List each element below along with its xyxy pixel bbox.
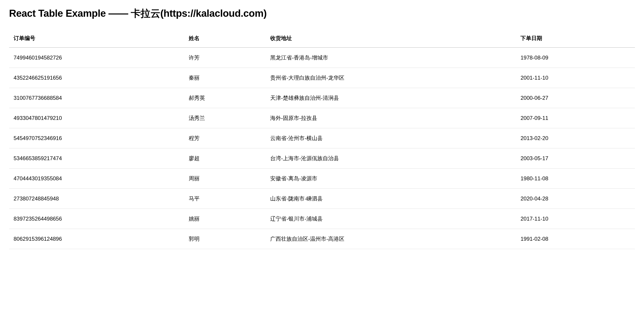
table-row: 4352246625191656秦丽贵州省-大理白族自治州-龙华区2001-11… xyxy=(9,68,635,88)
header-date: 下单日期 xyxy=(516,29,635,48)
header-name: 姓名 xyxy=(184,29,266,48)
cell-order-id: 8397235264498656 xyxy=(9,209,184,229)
cell-order-id: 4704443019355084 xyxy=(9,168,184,189)
cell-order-id: 4352246625191656 xyxy=(9,68,184,88)
cell-name: 郭明 xyxy=(184,229,266,249)
cell-address: 安徽省-离岛-凌源市 xyxy=(266,168,516,189)
cell-date: 2003-05-17 xyxy=(516,148,635,168)
cell-date: 1991-02-08 xyxy=(516,229,635,249)
cell-date: 2000-06-27 xyxy=(516,88,635,108)
cell-date: 2013-02-20 xyxy=(516,128,635,148)
cell-address: 广西壮族自治区-温州市-高港区 xyxy=(266,229,516,249)
table-row: 5454970752346916程芳云南省-沧州市-横山县2013-02-20 xyxy=(9,128,635,148)
cell-address: 贵州省-大理白族自治州-龙华区 xyxy=(266,68,516,88)
cell-name: 廖超 xyxy=(184,148,266,168)
cell-address: 山东省-陇南市-嵊泗县 xyxy=(266,189,516,209)
cell-address: 云南省-沧州市-横山县 xyxy=(266,128,516,148)
cell-address: 辽宁省-银川市-浦城县 xyxy=(266,209,516,229)
orders-table: 订单编号 姓名 收货地址 下单日期 7499460194582726许芳黑龙江省… xyxy=(9,29,635,249)
cell-order-id: 273807248845948 xyxy=(9,189,184,209)
header-address: 收货地址 xyxy=(266,29,516,48)
cell-address: 黑龙江省-香港岛-增城市 xyxy=(266,48,516,68)
cell-order-id: 8062915396124896 xyxy=(9,229,184,249)
table-row: 4704443019355084周丽安徽省-离岛-凌源市1980-11-08 xyxy=(9,168,635,189)
cell-name: 郝秀英 xyxy=(184,88,266,108)
cell-order-id: 4933047801479210 xyxy=(9,108,184,128)
table-row: 273807248845948马平山东省-陇南市-嵊泗县2020-04-28 xyxy=(9,189,635,209)
cell-date: 2001-11-10 xyxy=(516,68,635,88)
cell-order-id: 5346653859217474 xyxy=(9,148,184,168)
cell-name: 马平 xyxy=(184,189,266,209)
cell-date: 2017-11-10 xyxy=(516,209,635,229)
cell-address: 海外-固原市-拉孜县 xyxy=(266,108,516,128)
table-row: 8062915396124896郭明广西壮族自治区-温州市-高港区1991-02… xyxy=(9,229,635,249)
table-row: 4933047801479210汤秀兰海外-固原市-拉孜县2007-09-11 xyxy=(9,108,635,128)
table-header-row: 订单编号 姓名 收货地址 下单日期 xyxy=(9,29,635,48)
cell-address: 天津-楚雄彝族自治州-清涧县 xyxy=(266,88,516,108)
page-title: React Table Example —— 卡拉云(https://kalac… xyxy=(9,7,635,20)
cell-order-id: 5454970752346916 xyxy=(9,128,184,148)
table-row: 5346653859217474廖超台湾-上海市-沧源佤族自治县2003-05-… xyxy=(9,148,635,168)
cell-order-id: 3100767736688584 xyxy=(9,88,184,108)
cell-name: 姚丽 xyxy=(184,209,266,229)
cell-name: 程芳 xyxy=(184,128,266,148)
cell-name: 许芳 xyxy=(184,48,266,68)
cell-date: 2020-04-28 xyxy=(516,189,635,209)
table-row: 7499460194582726许芳黑龙江省-香港岛-增城市1978-08-09 xyxy=(9,48,635,68)
header-order-id: 订单编号 xyxy=(9,29,184,48)
cell-name: 汤秀兰 xyxy=(184,108,266,128)
cell-name: 秦丽 xyxy=(184,68,266,88)
table-row: 8397235264498656姚丽辽宁省-银川市-浦城县2017-11-10 xyxy=(9,209,635,229)
table-row: 3100767736688584郝秀英天津-楚雄彝族自治州-清涧县2000-06… xyxy=(9,88,635,108)
cell-date: 1980-11-08 xyxy=(516,168,635,189)
cell-date: 1978-08-09 xyxy=(516,48,635,68)
cell-name: 周丽 xyxy=(184,168,266,189)
cell-order-id: 7499460194582726 xyxy=(9,48,184,68)
cell-address: 台湾-上海市-沧源佤族自治县 xyxy=(266,148,516,168)
cell-date: 2007-09-11 xyxy=(516,108,635,128)
